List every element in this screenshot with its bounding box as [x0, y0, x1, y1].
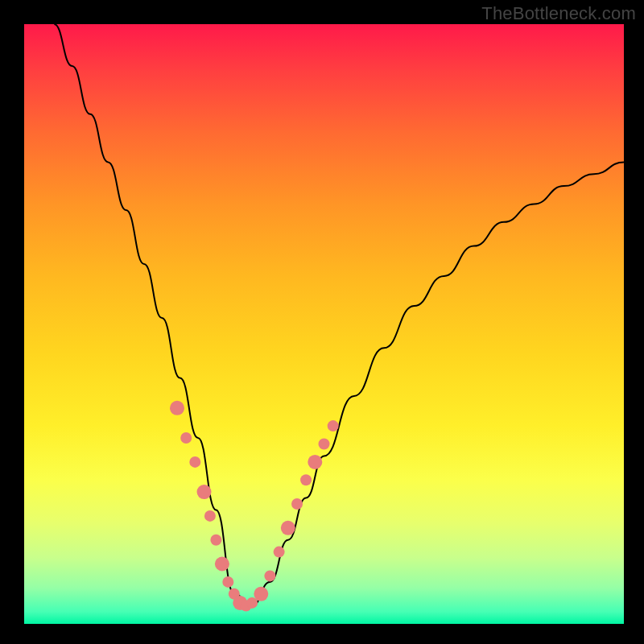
highlight-dot: [197, 485, 212, 499]
highlight-dot: [274, 547, 285, 558]
bottleneck-curve: [54, 24, 624, 606]
highlight-dot: [170, 401, 184, 415]
highlight-dot: [215, 557, 229, 572]
highlight-dot: [308, 455, 322, 469]
highlight-dot: [189, 456, 200, 468]
highlight-dot: [300, 474, 312, 485]
highlight-dot: [204, 510, 216, 522]
dot-layer: [170, 401, 339, 612]
highlight-dot: [281, 521, 295, 535]
highlight-dot: [254, 587, 268, 601]
highlight-dot: [180, 432, 192, 444]
curve-svg: [24, 24, 624, 624]
highlight-dot: [210, 535, 221, 546]
highlight-dot: [222, 576, 233, 588]
highlight-dot: [319, 439, 330, 450]
watermark-text: TheBottleneck.com: [481, 3, 636, 24]
chart-wrapper: TheBottleneck.com: [0, 0, 644, 644]
plot-area: [24, 24, 624, 624]
highlight-dot: [291, 498, 303, 510]
highlight-dot: [264, 570, 275, 581]
highlight-dot: [328, 420, 339, 431]
